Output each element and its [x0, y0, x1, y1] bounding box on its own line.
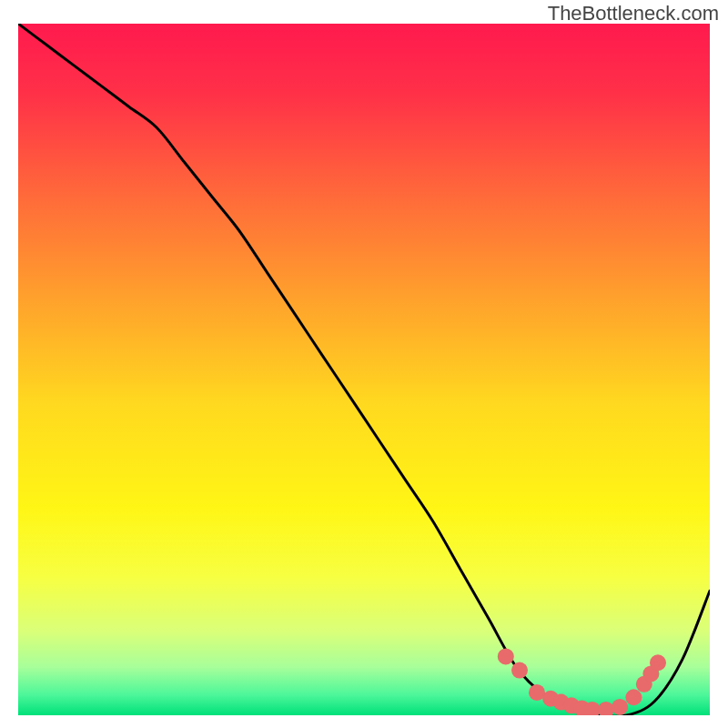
bottleneck-curve [18, 24, 710, 715]
valley-dots-group [498, 648, 666, 715]
watermark-text: TheBottleneck.com [548, 2, 719, 25]
plot-area [18, 24, 710, 715]
valley-dot [625, 689, 642, 705]
valley-dot [650, 654, 666, 671]
valley-dot [598, 702, 614, 715]
valley-dot [498, 648, 514, 664]
chart-container: TheBottleneck.com [0, 0, 728, 728]
valley-dot [511, 662, 528, 679]
valley-dot [612, 699, 628, 715]
chart-svg [18, 24, 710, 715]
